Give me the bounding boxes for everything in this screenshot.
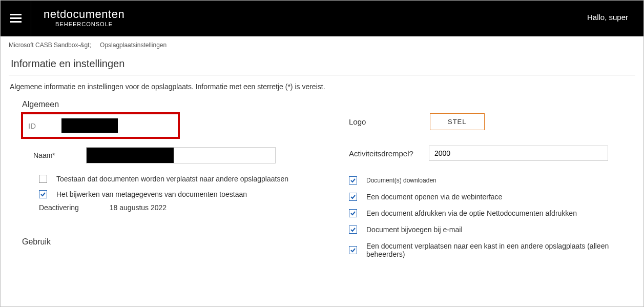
breadcrumb-item-settings[interactable]: Opslagplaatsinstellingen [100, 42, 167, 49]
brand-subtitle: BEHEERCONSOLE [44, 21, 124, 27]
hamburger-icon [10, 14, 22, 23]
email-checkbox[interactable] [349, 226, 357, 234]
allow-move-row: Toestaan dat documenten worden verplaats… [39, 175, 339, 183]
brand-block: netdocumenten BEHEERCONSOLE [31, 1, 137, 36]
menu-hamburger-button[interactable] [1, 1, 31, 36]
logo-set-button[interactable]: STEL [430, 113, 485, 130]
name-label: Naam* [33, 151, 55, 159]
id-label: ID [28, 121, 36, 130]
section-heading-usage: Gebruik [11, 212, 339, 247]
name-row: Naam* [33, 147, 339, 163]
logo-label: Logo [349, 117, 426, 126]
svg-rect-1 [10, 17, 22, 19]
threshold-label: Activiteitsdrempel? [349, 149, 426, 158]
allow-meta-label: Het bijwerken van metagegevens van docum… [56, 190, 247, 198]
app-header: netdocumenten BEHEERCONSOLE Hallo, super [1, 1, 643, 36]
logo-row: Logo STEL [349, 113, 633, 130]
open-web-row: Een document openen via de webinterface [349, 193, 633, 201]
email-label: Document bijvoegen bij e-mail [366, 226, 463, 234]
user-greeting: Hallo, super [587, 1, 643, 36]
svg-rect-2 [10, 21, 22, 23]
id-row-highlighted: ID [21, 112, 180, 139]
download-checkbox[interactable] [349, 176, 357, 185]
brand-title: netdocumenten [44, 8, 124, 21]
right-column: Logo STEL Activiteitsdrempel? Document(s… [339, 100, 633, 267]
threshold-input[interactable] [429, 146, 608, 161]
allow-move-checkbox[interactable] [39, 175, 47, 183]
breadcrumb: Microsoft CASB Sandbox-&gt; Opslagplaats… [1, 36, 643, 54]
email-row: Document bijvoegen bij e-mail [349, 226, 633, 234]
print-checkbox[interactable] [349, 209, 357, 217]
move-cabinet-checkbox[interactable] [349, 246, 357, 254]
print-label: Een document afdrukken via de optie Nett… [366, 209, 577, 217]
id-value-redacted [61, 118, 118, 133]
title-divider [9, 75, 635, 75]
name-input[interactable] [86, 147, 276, 163]
page-title: Informatie en instellingen [1, 54, 643, 75]
open-web-label: Een document openen via de webinterface [366, 193, 502, 201]
svg-rect-0 [10, 14, 22, 15]
print-row: Een document afdrukken via de optie Nett… [349, 209, 633, 217]
download-label: Document(s) downloaden [366, 177, 437, 184]
section-heading-general: Algemeen [11, 100, 339, 112]
move-cabinet-label: Een document verplaatsen naar een kast i… [366, 242, 633, 258]
left-column: Algemeen ID Naam* Toestaan dat documente… [11, 100, 339, 267]
download-row: Document(s) downloaden [349, 176, 633, 185]
allow-move-label: Toestaan dat documenten worden verplaats… [56, 175, 288, 183]
breadcrumb-item-sandbox[interactable]: Microsoft CASB Sandbox-&gt; [9, 42, 91, 49]
open-web-checkbox[interactable] [349, 193, 357, 201]
move-cabinet-row: Een document verplaatsen naar een kast i… [349, 242, 633, 258]
allow-meta-row: Het bijwerken van metagegevens van docum… [39, 190, 339, 198]
deactivation-date: 18 augustus 2022 [110, 203, 167, 212]
page-description: Algemene informatie en instellingen voor… [1, 80, 643, 100]
threshold-row: Activiteitsdrempel? [349, 146, 633, 161]
activity-checks: Document(s) downloaden Een document open… [349, 176, 633, 258]
deactivation-label: Deactivering [39, 203, 79, 212]
deactivation-row: Deactivering 18 augustus 2022 [39, 203, 339, 212]
allow-meta-checkbox[interactable] [39, 190, 47, 198]
name-value-redacted [87, 148, 174, 163]
